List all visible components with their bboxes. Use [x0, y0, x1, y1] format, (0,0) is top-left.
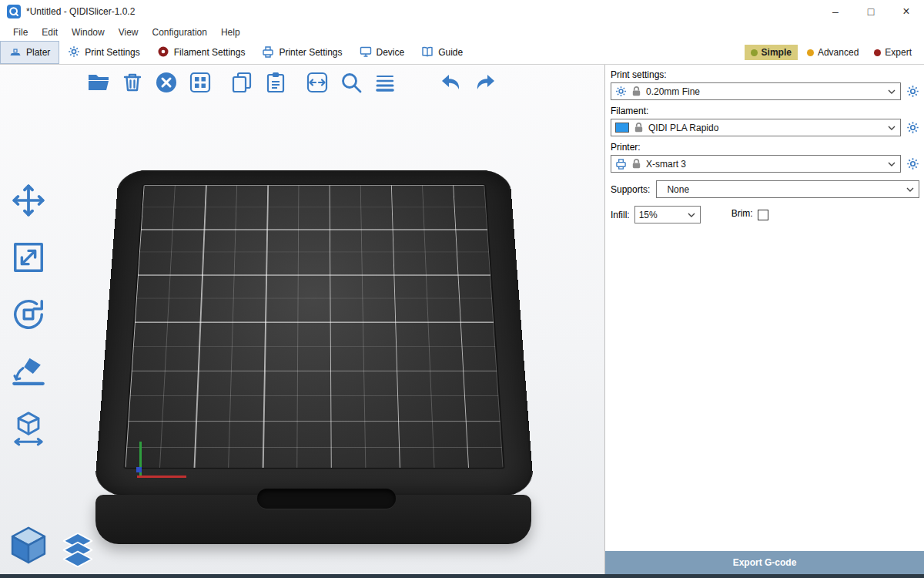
tab-label: Device	[377, 47, 405, 58]
lock-icon	[631, 86, 642, 97]
z-axis-indicator	[136, 467, 142, 472]
arrange-button[interactable]	[183, 66, 217, 100]
printer-bed	[91, 125, 537, 496]
export-gcode-button[interactable]: Export G-code	[605, 551, 924, 574]
variable-layer-height-button[interactable]	[368, 66, 402, 100]
place-on-face-tool-button[interactable]	[8, 351, 49, 393]
printer-icon	[615, 158, 627, 170]
printer-select[interactable]: X-smart 3	[611, 155, 901, 173]
undo-button[interactable]	[434, 66, 468, 100]
preview-layers-view-button[interactable]	[59, 530, 97, 569]
mode-expert[interactable]: Expert	[868, 45, 918, 60]
split-button[interactable]	[300, 66, 334, 100]
delete-button[interactable]	[116, 66, 149, 100]
menu-configuration[interactable]: Configuration	[146, 25, 214, 39]
open-folder-icon	[86, 70, 111, 97]
bed-handle-notch	[257, 489, 396, 509]
menu-file[interactable]: File	[6, 25, 35, 39]
window-controls: – □ ×	[818, 0, 924, 23]
filament-select[interactable]: QIDI PLA Rapido	[611, 119, 901, 136]
window-title: *Untitled - QIDISlicer-1.0.2	[26, 6, 135, 17]
minimize-button[interactable]: –	[818, 0, 853, 23]
bed-grid-plate	[123, 184, 504, 469]
tab-device[interactable]: Device	[351, 41, 413, 64]
redo-icon	[473, 70, 497, 97]
redo-button[interactable]	[468, 66, 502, 100]
paste-icon	[263, 70, 288, 97]
printer-label: Printer:	[611, 142, 919, 153]
rotate-tool-button[interactable]	[8, 294, 49, 336]
close-button[interactable]: ×	[889, 0, 924, 23]
scale-tool-button[interactable]	[8, 237, 49, 279]
open-folder-button[interactable]	[82, 66, 116, 100]
menu-help[interactable]: Help	[214, 25, 247, 39]
chevron-down-icon	[686, 213, 697, 217]
trash-icon	[120, 70, 145, 97]
chevron-down-icon	[886, 89, 897, 94]
mode-selector: Simple Advanced Expert	[745, 41, 924, 64]
bed-frame	[94, 170, 534, 496]
printer-gear-button[interactable]	[906, 157, 919, 170]
infill-select[interactable]: 15%	[634, 206, 701, 223]
variable-layer-height-icon	[373, 70, 397, 97]
supports-select[interactable]: None	[656, 180, 919, 198]
gear-icon	[615, 86, 627, 97]
x-axis-indicator	[137, 476, 186, 478]
book-icon	[421, 45, 434, 60]
app-logo-icon	[7, 5, 21, 18]
search-button[interactable]	[334, 66, 368, 100]
filament-spool-icon	[157, 45, 169, 60]
monitor-icon	[360, 45, 372, 60]
tab-filament-settings[interactable]: Filament Settings	[149, 41, 254, 64]
move-tool-button[interactable]	[8, 180, 49, 222]
measure-tool-button[interactable]	[8, 408, 49, 450]
mode-simple[interactable]: Simple	[745, 45, 798, 60]
paste-button[interactable]	[259, 66, 293, 100]
3d-cube-icon	[6, 524, 51, 569]
menu-window[interactable]: Window	[65, 25, 112, 39]
search-icon	[339, 70, 363, 97]
simple-mode-dot-icon	[751, 49, 758, 56]
chevron-down-icon	[886, 162, 897, 166]
menu-edit[interactable]: Edit	[35, 25, 65, 39]
chevron-down-icon	[886, 126, 897, 130]
undo-icon	[439, 70, 464, 97]
copy-button[interactable]	[225, 66, 259, 100]
measure-icon	[11, 411, 46, 449]
3d-viewport[interactable]	[0, 65, 604, 578]
print-settings-gear-button[interactable]	[906, 85, 919, 98]
filament-value: QIDI PLA Rapido	[648, 123, 882, 133]
tab-guide[interactable]: Guide	[413, 41, 471, 64]
scale-icon	[11, 240, 46, 277]
tab-print-settings[interactable]: Print Settings	[59, 41, 148, 64]
tab-label: Plater	[26, 47, 50, 58]
mode-label: Simple	[762, 47, 792, 58]
place-on-face-icon	[11, 354, 46, 391]
print-settings-select[interactable]: 0.20mm Fine	[611, 82, 901, 100]
print-settings-label: Print settings:	[611, 69, 919, 80]
mode-label: Expert	[885, 47, 912, 58]
tab-label: Filament Settings	[174, 47, 246, 58]
tab-plater[interactable]: Plater	[0, 41, 59, 64]
filament-color-swatch	[615, 123, 629, 133]
expert-mode-dot-icon	[874, 49, 881, 56]
tab-label: Guide	[438, 47, 463, 58]
split-icon	[305, 70, 330, 97]
menubar: File Edit Window View Configuration Help	[0, 23, 924, 41]
tab-printer-settings[interactable]: Printer Settings	[253, 41, 350, 64]
brim-checkbox[interactable]	[758, 210, 768, 220]
mode-advanced[interactable]: Advanced	[801, 45, 865, 60]
brim-label: Brim:	[732, 208, 753, 219]
delete-all-button[interactable]	[149, 66, 183, 100]
menu-view[interactable]: View	[112, 25, 146, 39]
supports-label: Supports:	[611, 184, 650, 195]
advanced-mode-dot-icon	[807, 49, 814, 56]
infill-value: 15%	[639, 210, 682, 220]
3d-editor-view-button[interactable]	[6, 524, 51, 569]
bottom-edge-bar	[0, 574, 924, 578]
tabbar: Plater Print Settings Filament Settings …	[0, 41, 924, 65]
view-switcher	[6, 524, 97, 569]
maximize-button[interactable]: □	[853, 0, 889, 23]
mode-label: Advanced	[818, 47, 859, 58]
filament-gear-button[interactable]	[906, 121, 919, 134]
